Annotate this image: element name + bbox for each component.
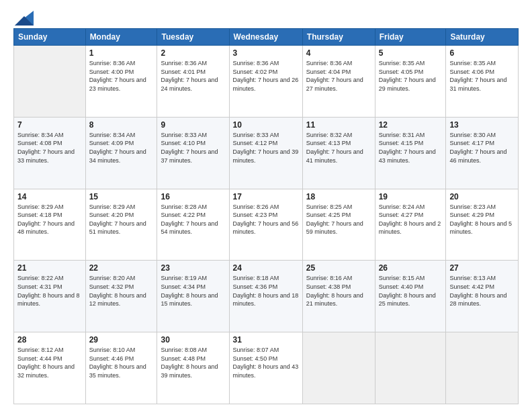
calendar-cell xyxy=(375,332,446,404)
day-number: 7 xyxy=(17,120,82,130)
day-info: Sunrise: 8:16 AMSunset: 4:38 PMDaylight:… xyxy=(306,274,371,308)
day-info: Sunrise: 8:33 AMSunset: 4:10 PMDaylight:… xyxy=(161,131,225,165)
header xyxy=(13,11,519,23)
day-info: Sunrise: 8:15 AMSunset: 4:40 PMDaylight:… xyxy=(379,274,443,308)
day-info: Sunrise: 8:13 AMSunset: 4:42 PMDaylight:… xyxy=(449,274,515,308)
calendar-cell: 2Sunrise: 8:36 AMSunset: 4:01 PMDaylight… xyxy=(157,46,229,118)
day-info: Sunrise: 8:34 AMSunset: 4:09 PMDaylight:… xyxy=(89,131,154,165)
day-number: 11 xyxy=(306,120,371,130)
day-number: 9 xyxy=(161,120,225,130)
calendar-body: 1Sunrise: 8:36 AMSunset: 4:00 PMDaylight… xyxy=(14,46,519,404)
day-number: 19 xyxy=(379,192,443,201)
calendar-cell: 16Sunrise: 8:28 AMSunset: 4:22 PMDayligh… xyxy=(157,189,229,261)
day-number: 8 xyxy=(89,120,154,130)
calendar-cell: 31Sunrise: 8:07 AMSunset: 4:50 PMDayligh… xyxy=(229,332,302,404)
week-row-5: 28Sunrise: 8:12 AMSunset: 4:44 PMDayligh… xyxy=(14,332,519,404)
day-number: 3 xyxy=(233,48,299,58)
calendar-cell: 12Sunrise: 8:31 AMSunset: 4:15 PMDayligh… xyxy=(375,117,446,189)
day-info: Sunrise: 8:28 AMSunset: 4:22 PMDaylight:… xyxy=(161,203,225,236)
calendar-cell xyxy=(14,46,86,118)
calendar-cell: 26Sunrise: 8:15 AMSunset: 4:40 PMDayligh… xyxy=(375,261,446,332)
calendar-cell: 13Sunrise: 8:30 AMSunset: 4:17 PMDayligh… xyxy=(446,117,519,189)
calendar-cell: 21Sunrise: 8:22 AMSunset: 4:31 PMDayligh… xyxy=(14,261,86,332)
calendar-cell: 10Sunrise: 8:33 AMSunset: 4:12 PMDayligh… xyxy=(229,117,302,189)
calendar-cell: 1Sunrise: 8:36 AMSunset: 4:00 PMDaylight… xyxy=(85,46,157,118)
day-info: Sunrise: 8:35 AMSunset: 4:05 PMDaylight:… xyxy=(379,59,443,93)
calendar-cell: 15Sunrise: 8:29 AMSunset: 4:20 PMDayligh… xyxy=(85,189,157,261)
day-number: 20 xyxy=(449,192,515,201)
day-info: Sunrise: 8:08 AMSunset: 4:48 PMDaylight:… xyxy=(161,346,225,379)
weekday-tuesday: Tuesday xyxy=(157,29,229,46)
calendar-cell: 8Sunrise: 8:34 AMSunset: 4:09 PMDaylight… xyxy=(85,117,157,189)
calendar-cell: 24Sunrise: 8:18 AMSunset: 4:36 PMDayligh… xyxy=(229,261,302,332)
calendar-cell: 19Sunrise: 8:24 AMSunset: 4:27 PMDayligh… xyxy=(375,189,446,261)
calendar-cell: 30Sunrise: 8:08 AMSunset: 4:48 PMDayligh… xyxy=(157,332,229,404)
weekday-friday: Friday xyxy=(375,29,446,46)
calendar-cell: 14Sunrise: 8:29 AMSunset: 4:18 PMDayligh… xyxy=(14,189,86,261)
day-info: Sunrise: 8:34 AMSunset: 4:08 PMDaylight:… xyxy=(17,131,82,165)
day-info: Sunrise: 8:23 AMSunset: 4:29 PMDaylight:… xyxy=(449,203,515,236)
calendar-cell xyxy=(446,332,519,404)
day-info: Sunrise: 8:10 AMSunset: 4:46 PMDaylight:… xyxy=(89,346,154,379)
day-info: Sunrise: 8:32 AMSunset: 4:13 PMDaylight:… xyxy=(306,131,371,165)
day-number: 18 xyxy=(306,192,371,201)
day-number: 23 xyxy=(161,263,225,273)
weekday-header-row: SundayMondayTuesdayWednesdayThursdayFrid… xyxy=(14,29,519,46)
day-number: 12 xyxy=(379,120,443,130)
calendar-cell: 20Sunrise: 8:23 AMSunset: 4:29 PMDayligh… xyxy=(446,189,519,261)
day-number: 14 xyxy=(17,192,82,201)
day-info: Sunrise: 8:29 AMSunset: 4:18 PMDaylight:… xyxy=(17,203,82,236)
day-info: Sunrise: 8:31 AMSunset: 4:15 PMDaylight:… xyxy=(379,131,443,165)
calendar-cell: 29Sunrise: 8:10 AMSunset: 4:46 PMDayligh… xyxy=(85,332,157,404)
calendar-cell: 3Sunrise: 8:36 AMSunset: 4:02 PMDaylight… xyxy=(229,46,302,118)
day-number: 16 xyxy=(161,192,225,201)
calendar-cell: 23Sunrise: 8:19 AMSunset: 4:34 PMDayligh… xyxy=(157,261,229,332)
page: SundayMondayTuesdayWednesdayThursdayFrid… xyxy=(0,0,532,411)
day-number: 30 xyxy=(161,335,225,345)
calendar-cell: 22Sunrise: 8:20 AMSunset: 4:32 PMDayligh… xyxy=(85,261,157,332)
day-info: Sunrise: 8:22 AMSunset: 4:31 PMDaylight:… xyxy=(17,274,82,308)
day-info: Sunrise: 8:12 AMSunset: 4:44 PMDaylight:… xyxy=(17,346,82,379)
day-number: 26 xyxy=(379,263,443,273)
day-number: 4 xyxy=(306,48,371,58)
day-info: Sunrise: 8:36 AMSunset: 4:01 PMDaylight:… xyxy=(161,59,225,93)
day-info: Sunrise: 8:24 AMSunset: 4:27 PMDaylight:… xyxy=(379,203,443,236)
calendar-cell: 28Sunrise: 8:12 AMSunset: 4:44 PMDayligh… xyxy=(14,332,86,404)
day-number: 13 xyxy=(449,120,515,130)
calendar-cell: 9Sunrise: 8:33 AMSunset: 4:10 PMDaylight… xyxy=(157,117,229,189)
calendar-cell: 6Sunrise: 8:35 AMSunset: 4:06 PMDaylight… xyxy=(446,46,519,118)
day-number: 21 xyxy=(17,263,82,273)
day-number: 28 xyxy=(17,335,82,345)
day-number: 25 xyxy=(306,263,371,273)
day-number: 17 xyxy=(233,192,299,201)
week-row-2: 7Sunrise: 8:34 AMSunset: 4:08 PMDaylight… xyxy=(14,117,519,189)
day-info: Sunrise: 8:36 AMSunset: 4:04 PMDaylight:… xyxy=(306,59,371,93)
calendar-cell: 4Sunrise: 8:36 AMSunset: 4:04 PMDaylight… xyxy=(302,46,375,118)
week-row-1: 1Sunrise: 8:36 AMSunset: 4:00 PMDaylight… xyxy=(14,46,519,118)
day-number: 29 xyxy=(89,335,154,345)
day-info: Sunrise: 8:19 AMSunset: 4:34 PMDaylight:… xyxy=(161,274,225,308)
day-info: Sunrise: 8:20 AMSunset: 4:32 PMDaylight:… xyxy=(89,274,154,308)
logo xyxy=(13,11,34,23)
calendar-cell: 11Sunrise: 8:32 AMSunset: 4:13 PMDayligh… xyxy=(302,117,375,189)
day-info: Sunrise: 8:25 AMSunset: 4:25 PMDaylight:… xyxy=(306,203,371,236)
calendar-cell: 27Sunrise: 8:13 AMSunset: 4:42 PMDayligh… xyxy=(446,261,519,332)
day-info: Sunrise: 8:36 AMSunset: 4:00 PMDaylight:… xyxy=(89,59,154,93)
calendar-table: SundayMondayTuesdayWednesdayThursdayFrid… xyxy=(13,28,519,404)
week-row-3: 14Sunrise: 8:29 AMSunset: 4:18 PMDayligh… xyxy=(14,189,519,261)
day-info: Sunrise: 8:36 AMSunset: 4:02 PMDaylight:… xyxy=(233,59,299,93)
day-info: Sunrise: 8:29 AMSunset: 4:20 PMDaylight:… xyxy=(89,203,154,236)
day-info: Sunrise: 8:07 AMSunset: 4:50 PMDaylight:… xyxy=(233,346,299,379)
day-number: 5 xyxy=(379,48,443,58)
day-number: 15 xyxy=(89,192,154,201)
weekday-wednesday: Wednesday xyxy=(229,29,302,46)
calendar-cell xyxy=(302,332,375,404)
calendar-cell: 25Sunrise: 8:16 AMSunset: 4:38 PMDayligh… xyxy=(302,261,375,332)
week-row-4: 21Sunrise: 8:22 AMSunset: 4:31 PMDayligh… xyxy=(14,261,519,332)
weekday-monday: Monday xyxy=(85,29,157,46)
day-number: 1 xyxy=(89,48,154,58)
calendar-cell: 7Sunrise: 8:34 AMSunset: 4:08 PMDaylight… xyxy=(14,117,86,189)
day-number: 10 xyxy=(233,120,299,130)
day-number: 6 xyxy=(449,48,515,58)
calendar-cell: 5Sunrise: 8:35 AMSunset: 4:05 PMDaylight… xyxy=(375,46,446,118)
